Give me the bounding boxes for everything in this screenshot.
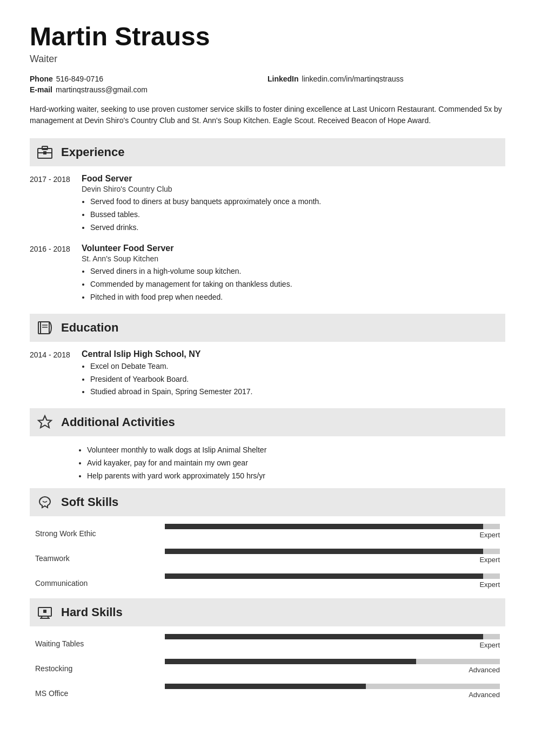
skill-bar-fill — [165, 634, 483, 639]
svg-rect-12 — [43, 610, 46, 613]
skill-name: Strong Work Ethic — [35, 529, 154, 539]
linkedin-label: LinkedIn — [268, 75, 299, 83]
soft-skills-heading: Soft Skills — [61, 495, 118, 509]
skill-name: Teamwork — [35, 554, 154, 564]
entry-org: St. Ann's Soup Kitchen — [82, 254, 505, 263]
bullet-item: Studied abroad in Spain, Spring Semester… — [90, 386, 505, 399]
skill-item: Restocking Advanced — [35, 659, 500, 674]
bullet-item: Bussed tables. — [90, 208, 505, 221]
summary-text: Hard-working waiter, seeking to use prov… — [30, 104, 505, 126]
skill-bar-track — [165, 573, 500, 579]
experience-list: 2017 - 2018 Food Server Devin Shiro's Co… — [30, 174, 505, 304]
activity-item: Avid kayaker, pay for and maintain my ow… — [87, 457, 505, 470]
skill-level: Expert — [479, 556, 500, 564]
entry-content: Central Islip High School, NY Excel on D… — [82, 349, 505, 399]
svg-marker-7 — [38, 416, 51, 428]
entry-years: 2017 - 2018 — [30, 174, 73, 234]
linkedin-contact: LinkedInlinkedin.com/in/martinqstrauss — [268, 75, 505, 83]
bullet-item: Commended by management for taking on th… — [90, 278, 505, 291]
bullet-item: Served drinks. — [90, 221, 505, 234]
resume-title: Waiter — [30, 53, 505, 65]
hard-skills-heading: Hard Skills — [61, 605, 123, 619]
skill-level: Expert — [479, 580, 500, 589]
education-entry: 2014 - 2018 Central Islip High School, N… — [30, 349, 505, 399]
bullet-item: Excel on Debate Team. — [90, 360, 505, 373]
entry-years: 2014 - 2018 — [30, 349, 73, 399]
skill-bar-fill — [165, 524, 483, 529]
linkedin-value: linkedin.com/in/martinqstrauss — [302, 75, 404, 83]
skill-bar-fill — [165, 573, 483, 579]
skill-bar-area: Expert — [165, 549, 500, 564]
entry-title: Volunteer Food Server — [82, 244, 505, 253]
skill-bar-fill — [165, 659, 416, 664]
activity-item: Volunteer monthly to walk dogs at Islip … — [87, 444, 505, 457]
experience-icon — [35, 143, 55, 162]
education-heading: Education — [61, 321, 118, 335]
activities-section-header: Additional Activities — [30, 408, 505, 436]
skill-level: Expert — [479, 531, 500, 539]
skill-item: Communication Expert — [35, 573, 500, 589]
email-label: E-mail — [30, 85, 52, 94]
activities-icon — [35, 413, 55, 432]
experience-section-header: Experience — [30, 138, 505, 166]
activities-list: Volunteer monthly to walk dogs at Islip … — [78, 444, 505, 482]
skill-bar-area: Expert — [165, 524, 500, 539]
skill-item: MS Office Advanced — [35, 684, 500, 699]
skill-bar-track — [165, 524, 500, 529]
skill-bar-track — [165, 549, 500, 554]
phone-contact: Phone516-849-0716 — [30, 75, 268, 83]
hard-skills-icon — [35, 603, 55, 622]
activities-heading: Additional Activities — [61, 415, 175, 429]
contact-grid: Phone516-849-0716 LinkedInlinkedin.com/i… — [30, 75, 505, 94]
skill-bar-area: Advanced — [165, 659, 500, 674]
soft-skills-section-header: Soft Skills — [30, 488, 505, 516]
experience-entry: 2017 - 2018 Food Server Devin Shiro's Co… — [30, 174, 505, 234]
activity-item: Help parents with yard work approximatel… — [87, 470, 505, 483]
entry-title: Central Islip High School, NY — [82, 349, 505, 359]
experience-entry: 2016 - 2018 Volunteer Food Server St. An… — [30, 244, 505, 303]
skill-name: Communication — [35, 579, 154, 589]
entry-content: Volunteer Food Server St. Ann's Soup Kit… — [82, 244, 505, 303]
email-contact: E-mailmartinqstrauss@gmail.com — [30, 85, 268, 94]
skill-name: Waiting Tables — [35, 639, 154, 649]
svg-rect-3 — [43, 151, 46, 154]
phone-label: Phone — [30, 75, 53, 83]
skill-bar-fill — [165, 684, 366, 689]
skill-bar-track — [165, 684, 500, 689]
skill-bar-fill — [165, 549, 483, 554]
experience-heading: Experience — [61, 145, 124, 159]
skill-bar-track — [165, 659, 500, 664]
entry-content: Food Server Devin Shiro's Country Club S… — [82, 174, 505, 234]
education-icon — [35, 318, 55, 338]
skill-bar-area: Advanced — [165, 684, 500, 699]
skill-name: MS Office — [35, 689, 154, 699]
skill-bar-track — [165, 634, 500, 639]
skill-item: Waiting Tables Expert — [35, 634, 500, 649]
skill-bar-area: Expert — [165, 573, 500, 589]
skill-item: Strong Work Ethic Expert — [35, 524, 500, 539]
entry-org: Devin Shiro's Country Club — [82, 185, 505, 193]
skill-level: Expert — [479, 641, 500, 649]
resume-name: Martin Strauss — [30, 22, 505, 51]
soft-skills-list: Strong Work Ethic Expert Teamwork Expert… — [30, 524, 505, 589]
skill-item: Teamwork Expert — [35, 549, 500, 564]
education-list: 2014 - 2018 Central Islip High School, N… — [30, 349, 505, 399]
bullet-item: President of Yearbook Board. — [90, 373, 505, 386]
bullet-item: Served food to diners at busy banquets a… — [90, 195, 505, 208]
hard-skills-section-header: Hard Skills — [30, 598, 505, 626]
bullet-item: Pitched in with food prep when needed. — [90, 291, 505, 304]
skill-name: Restocking — [35, 664, 154, 674]
skill-level: Advanced — [469, 666, 500, 674]
hard-skills-list: Waiting Tables Expert Restocking Advance… — [30, 634, 505, 699]
email-value: martinqstrauss@gmail.com — [56, 85, 148, 94]
education-section-header: Education — [30, 314, 505, 342]
skill-level: Advanced — [469, 691, 500, 699]
phone-value: 516-849-0716 — [56, 75, 103, 83]
entry-title: Food Server — [82, 174, 505, 184]
entry-years: 2016 - 2018 — [30, 244, 73, 303]
skill-bar-area: Expert — [165, 634, 500, 649]
soft-skills-icon — [35, 492, 55, 512]
bullet-item: Served diners in a high-volume soup kitc… — [90, 265, 505, 278]
